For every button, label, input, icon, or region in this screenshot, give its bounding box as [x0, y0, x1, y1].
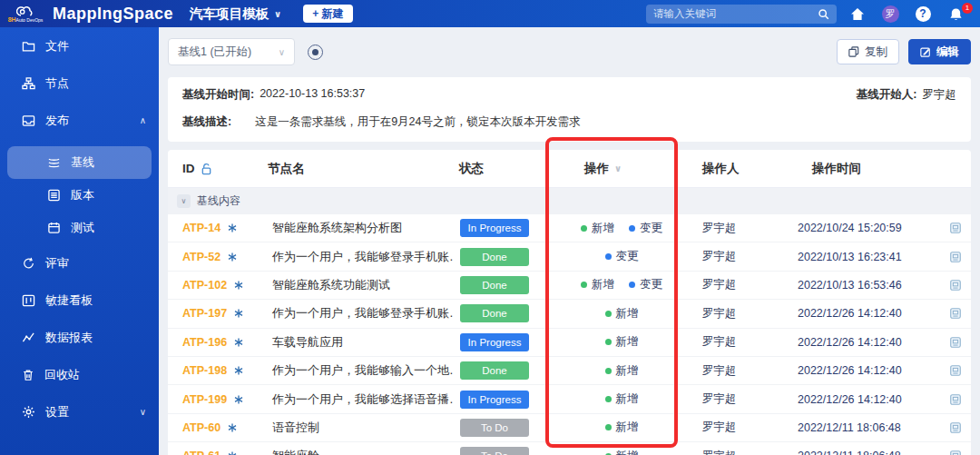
- table-row[interactable]: ATP-52 作为一个用户，我能够登录手机账… Done 变更 罗宇超 2022…: [168, 242, 971, 271]
- app-logo[interactable]: 8HAuto DevOps: [7, 5, 44, 23]
- global-search[interactable]: [646, 5, 837, 24]
- sidebar: 文件 节点 发布 ∧ 基线 版本 测试 评审: [0, 27, 159, 455]
- node-id-link[interactable]: ATP-199: [182, 393, 227, 406]
- copy-icon: [848, 46, 859, 57]
- add-dot-icon: [581, 225, 587, 232]
- status-badge: Done: [460, 304, 529, 322]
- sidebar-item-report[interactable]: 数据报表: [0, 319, 159, 356]
- help-icon[interactable]: ?: [916, 6, 931, 22]
- record-detail-button[interactable]: [939, 251, 971, 263]
- sidebar-item-baseline[interactable]: 基线: [7, 146, 152, 179]
- record-detail-button[interactable]: [939, 393, 971, 406]
- sidebar-item-label: 版本: [71, 187, 94, 203]
- sidebar-items: 文件 节点 发布 ∧ 基线 版本 测试 评审: [0, 27, 159, 430]
- snowflake-icon: [234, 366, 243, 375]
- node-id-link[interactable]: ATP-61: [182, 450, 220, 455]
- col-name: 节点名: [268, 161, 305, 177]
- notification-bell[interactable]: 1: [944, 7, 967, 21]
- snowflake-icon: [234, 281, 243, 290]
- record-detail-button[interactable]: [939, 450, 971, 455]
- sidebar-item-settings[interactable]: 设置 ∨: [0, 393, 159, 430]
- record-detail-icon: [949, 279, 962, 292]
- project-switcher[interactable]: 汽车项目模板 ∨: [190, 5, 281, 23]
- edit-button[interactable]: 编辑: [908, 39, 971, 64]
- operation-cell: 新增: [554, 334, 690, 350]
- node-id-link[interactable]: ATP-198: [182, 364, 227, 377]
- sidebar-item-publish[interactable]: 发布 ∧: [0, 102, 159, 139]
- sidebar-item-label: 数据报表: [45, 330, 93, 346]
- collapse-chevron-icon[interactable]: ∨: [177, 194, 191, 208]
- node-name[interactable]: 作为一个用户，我能够输入一个地…: [268, 362, 454, 379]
- locate-baseline-icon[interactable]: [308, 45, 323, 60]
- node-name[interactable]: 作为一个用户，我能够选择语音播…: [268, 391, 454, 408]
- notification-count-badge: 1: [962, 3, 973, 14]
- status-badge: Done: [460, 276, 529, 294]
- node-id-link[interactable]: ATP-52: [182, 251, 220, 263]
- operator-name: 罗宇超: [690, 306, 794, 321]
- table-row[interactable]: ATP-14 智能座舱系统架构分析图 In Progress 新增 变更 罗宇超…: [168, 214, 971, 242]
- sidebar-item-review[interactable]: 评审: [0, 244, 159, 282]
- sidebar-item-label: 敏捷看板: [45, 292, 93, 309]
- sidebar-item-nodes[interactable]: 节点: [0, 64, 159, 102]
- node-name[interactable]: 语音控制: [268, 420, 454, 436]
- add-dot-icon: [605, 311, 612, 317]
- operator-name: 罗宇超: [690, 277, 794, 292]
- record-detail-button[interactable]: [939, 421, 971, 434]
- sidebar-item-recycle[interactable]: 回收站: [0, 356, 159, 393]
- operation-cell: 新增 变更: [554, 221, 690, 236]
- node-id-link[interactable]: ATP-196: [182, 336, 227, 349]
- node-id-link[interactable]: ATP-197: [182, 307, 227, 320]
- operator-name: 罗宇超: [690, 363, 794, 379]
- new-button[interactable]: + 新建: [303, 5, 352, 23]
- table-row[interactable]: ATP-102 智能座舱系统功能测试 Done 新增 变更 罗宇超 2022/1…: [168, 272, 971, 300]
- sidebar-item-version[interactable]: 版本: [7, 179, 152, 212]
- starter-label: 基线开始人:: [857, 87, 917, 103]
- node-id-link[interactable]: ATP-102: [182, 279, 227, 292]
- table-row[interactable]: ATP-60 语音控制 To Do 新增 罗宇超 2022/12/11 18:0…: [168, 414, 971, 442]
- copy-button[interactable]: 复制: [837, 39, 899, 64]
- node-name[interactable]: 作为一个用户，我能够登录手机账…: [268, 305, 454, 321]
- node-id-link[interactable]: ATP-14: [182, 222, 220, 234]
- baseline-select-value: 基线1 (已开始): [178, 45, 251, 60]
- record-detail-button[interactable]: [939, 364, 971, 377]
- record-detail-button[interactable]: [939, 307, 971, 320]
- node-id-link[interactable]: ATP-60: [182, 421, 220, 434]
- unlock-icon[interactable]: [201, 163, 212, 175]
- baseline-info-card: 基线开始时间: 2022-10-13 16:53:37 基线开始人: 罗宇超 基…: [168, 77, 971, 142]
- record-detail-button[interactable]: [939, 279, 971, 292]
- operation-time: 2022/12/26 14:12:40: [794, 307, 939, 320]
- operation-time: 2022/12/26 14:12:40: [794, 364, 939, 377]
- operation-time: 2022/12/26 14:12:40: [794, 336, 939, 349]
- node-name[interactable]: 智能座舱: [268, 448, 454, 455]
- operation-tag-add: 新增: [605, 363, 639, 379]
- snowflake-icon: [228, 252, 237, 262]
- record-detail-button[interactable]: [939, 222, 971, 234]
- operator-name: 罗宇超: [690, 391, 794, 407]
- sidebar-item-kanban[interactable]: 敏捷看板: [0, 282, 159, 319]
- operator-name: 罗宇超: [690, 334, 794, 350]
- node-name[interactable]: 智能座舱系统架构分析图: [268, 220, 454, 236]
- sidebar-item-test[interactable]: 测试: [7, 212, 152, 244]
- node-name[interactable]: 车载导航应用: [268, 334, 454, 351]
- node-name[interactable]: 智能座舱系统功能测试: [268, 277, 454, 293]
- status-badge: Done: [460, 361, 529, 380]
- operation-tag-add: 新增: [605, 420, 639, 435]
- table-row[interactable]: ATP-198 作为一个用户，我能够输入一个地… Done 新增 罗宇超 202…: [168, 357, 971, 385]
- table-row[interactable]: ATP-199 作为一个用户，我能够选择语音播… In Progress 新增 …: [168, 385, 971, 413]
- snowflake-icon: [228, 223, 237, 232]
- table-row[interactable]: ATP-196 车载导航应用 In Progress 新增 罗宇超 2022/1…: [168, 329, 971, 357]
- table-row[interactable]: ATP-197 作为一个用户，我能够登录手机账… Done 新增 罗宇超 202…: [168, 300, 971, 328]
- user-avatar[interactable]: 罗: [882, 5, 899, 23]
- baseline-select[interactable]: 基线1 (已开始) ∨: [168, 38, 295, 65]
- record-detail-button[interactable]: [939, 336, 971, 349]
- group-row-baseline-content[interactable]: ∨ 基线内容: [168, 188, 971, 214]
- sidebar-item-files[interactable]: 文件: [0, 27, 159, 64]
- home-icon[interactable]: [846, 7, 869, 21]
- search-input[interactable]: [653, 8, 812, 19]
- node-name[interactable]: 作为一个用户，我能够登录手机账…: [268, 249, 454, 265]
- starter-value: 罗宇超: [923, 87, 957, 103]
- col-operation-filter[interactable]: 操作 ∨: [554, 161, 690, 177]
- test-icon: [47, 222, 61, 234]
- table-row[interactable]: ATP-61 智能座舱 To Do 新增 罗宇超 2022/12/11 18:0…: [168, 442, 971, 455]
- search-icon[interactable]: [818, 8, 829, 20]
